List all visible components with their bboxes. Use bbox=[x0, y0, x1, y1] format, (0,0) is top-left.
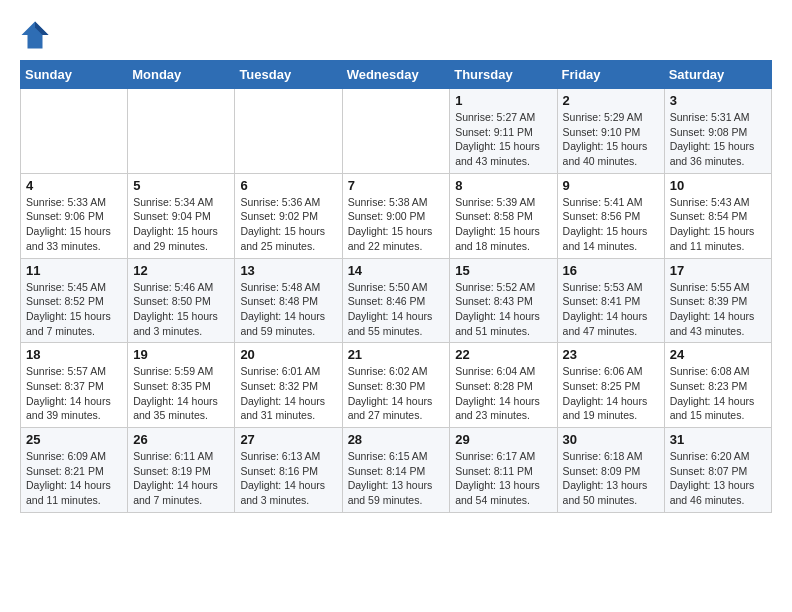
calendar-cell: 31Sunrise: 6:20 AM Sunset: 8:07 PM Dayli… bbox=[664, 428, 771, 513]
calendar-cell: 22Sunrise: 6:04 AM Sunset: 8:28 PM Dayli… bbox=[450, 343, 557, 428]
day-info: Sunrise: 5:29 AM Sunset: 9:10 PM Dayligh… bbox=[563, 110, 659, 169]
day-number: 14 bbox=[348, 263, 445, 278]
day-info: Sunrise: 5:57 AM Sunset: 8:37 PM Dayligh… bbox=[26, 364, 122, 423]
calendar-cell bbox=[342, 89, 450, 174]
day-number: 27 bbox=[240, 432, 336, 447]
calendar-cell: 13Sunrise: 5:48 AM Sunset: 8:48 PM Dayli… bbox=[235, 258, 342, 343]
day-info: Sunrise: 6:18 AM Sunset: 8:09 PM Dayligh… bbox=[563, 449, 659, 508]
calendar-table: SundayMondayTuesdayWednesdayThursdayFrid… bbox=[20, 60, 772, 513]
day-info: Sunrise: 6:06 AM Sunset: 8:25 PM Dayligh… bbox=[563, 364, 659, 423]
day-number: 18 bbox=[26, 347, 122, 362]
day-number: 17 bbox=[670, 263, 766, 278]
calendar-cell: 17Sunrise: 5:55 AM Sunset: 8:39 PM Dayli… bbox=[664, 258, 771, 343]
weekday-header-tuesday: Tuesday bbox=[235, 61, 342, 89]
day-number: 22 bbox=[455, 347, 551, 362]
day-number: 20 bbox=[240, 347, 336, 362]
day-info: Sunrise: 5:27 AM Sunset: 9:11 PM Dayligh… bbox=[455, 110, 551, 169]
day-info: Sunrise: 5:31 AM Sunset: 9:08 PM Dayligh… bbox=[670, 110, 766, 169]
day-number: 25 bbox=[26, 432, 122, 447]
day-info: Sunrise: 5:33 AM Sunset: 9:06 PM Dayligh… bbox=[26, 195, 122, 254]
day-info: Sunrise: 6:02 AM Sunset: 8:30 PM Dayligh… bbox=[348, 364, 445, 423]
page-header bbox=[20, 20, 772, 50]
day-number: 19 bbox=[133, 347, 229, 362]
day-number: 15 bbox=[455, 263, 551, 278]
day-info: Sunrise: 5:38 AM Sunset: 9:00 PM Dayligh… bbox=[348, 195, 445, 254]
day-info: Sunrise: 6:20 AM Sunset: 8:07 PM Dayligh… bbox=[670, 449, 766, 508]
day-number: 12 bbox=[133, 263, 229, 278]
calendar-cell bbox=[21, 89, 128, 174]
calendar-cell: 3Sunrise: 5:31 AM Sunset: 9:08 PM Daylig… bbox=[664, 89, 771, 174]
day-info: Sunrise: 6:04 AM Sunset: 8:28 PM Dayligh… bbox=[455, 364, 551, 423]
day-number: 29 bbox=[455, 432, 551, 447]
calendar-cell: 1Sunrise: 5:27 AM Sunset: 9:11 PM Daylig… bbox=[450, 89, 557, 174]
day-number: 9 bbox=[563, 178, 659, 193]
day-info: Sunrise: 5:48 AM Sunset: 8:48 PM Dayligh… bbox=[240, 280, 336, 339]
day-number: 21 bbox=[348, 347, 445, 362]
calendar-cell: 24Sunrise: 6:08 AM Sunset: 8:23 PM Dayli… bbox=[664, 343, 771, 428]
day-info: Sunrise: 5:34 AM Sunset: 9:04 PM Dayligh… bbox=[133, 195, 229, 254]
day-info: Sunrise: 5:43 AM Sunset: 8:54 PM Dayligh… bbox=[670, 195, 766, 254]
day-number: 16 bbox=[563, 263, 659, 278]
calendar-cell: 18Sunrise: 5:57 AM Sunset: 8:37 PM Dayli… bbox=[21, 343, 128, 428]
calendar-cell: 14Sunrise: 5:50 AM Sunset: 8:46 PM Dayli… bbox=[342, 258, 450, 343]
weekday-header-friday: Friday bbox=[557, 61, 664, 89]
calendar-cell: 6Sunrise: 5:36 AM Sunset: 9:02 PM Daylig… bbox=[235, 173, 342, 258]
day-info: Sunrise: 5:41 AM Sunset: 8:56 PM Dayligh… bbox=[563, 195, 659, 254]
day-number: 24 bbox=[670, 347, 766, 362]
weekday-header-thursday: Thursday bbox=[450, 61, 557, 89]
day-number: 13 bbox=[240, 263, 336, 278]
day-info: Sunrise: 5:36 AM Sunset: 9:02 PM Dayligh… bbox=[240, 195, 336, 254]
calendar-cell: 2Sunrise: 5:29 AM Sunset: 9:10 PM Daylig… bbox=[557, 89, 664, 174]
weekday-header-row: SundayMondayTuesdayWednesdayThursdayFrid… bbox=[21, 61, 772, 89]
day-info: Sunrise: 5:46 AM Sunset: 8:50 PM Dayligh… bbox=[133, 280, 229, 339]
calendar-cell: 28Sunrise: 6:15 AM Sunset: 8:14 PM Dayli… bbox=[342, 428, 450, 513]
day-number: 30 bbox=[563, 432, 659, 447]
calendar-cell: 15Sunrise: 5:52 AM Sunset: 8:43 PM Dayli… bbox=[450, 258, 557, 343]
day-info: Sunrise: 6:15 AM Sunset: 8:14 PM Dayligh… bbox=[348, 449, 445, 508]
day-number: 31 bbox=[670, 432, 766, 447]
day-info: Sunrise: 6:17 AM Sunset: 8:11 PM Dayligh… bbox=[455, 449, 551, 508]
calendar-cell: 26Sunrise: 6:11 AM Sunset: 8:19 PM Dayli… bbox=[128, 428, 235, 513]
weekday-header-wednesday: Wednesday bbox=[342, 61, 450, 89]
calendar-cell: 25Sunrise: 6:09 AM Sunset: 8:21 PM Dayli… bbox=[21, 428, 128, 513]
calendar-cell: 16Sunrise: 5:53 AM Sunset: 8:41 PM Dayli… bbox=[557, 258, 664, 343]
day-number: 1 bbox=[455, 93, 551, 108]
logo bbox=[20, 20, 54, 50]
day-info: Sunrise: 5:50 AM Sunset: 8:46 PM Dayligh… bbox=[348, 280, 445, 339]
day-number: 8 bbox=[455, 178, 551, 193]
day-info: Sunrise: 6:11 AM Sunset: 8:19 PM Dayligh… bbox=[133, 449, 229, 508]
calendar-cell: 10Sunrise: 5:43 AM Sunset: 8:54 PM Dayli… bbox=[664, 173, 771, 258]
day-info: Sunrise: 6:01 AM Sunset: 8:32 PM Dayligh… bbox=[240, 364, 336, 423]
day-number: 4 bbox=[26, 178, 122, 193]
calendar-cell: 4Sunrise: 5:33 AM Sunset: 9:06 PM Daylig… bbox=[21, 173, 128, 258]
day-number: 26 bbox=[133, 432, 229, 447]
calendar-cell: 11Sunrise: 5:45 AM Sunset: 8:52 PM Dayli… bbox=[21, 258, 128, 343]
day-info: Sunrise: 6:13 AM Sunset: 8:16 PM Dayligh… bbox=[240, 449, 336, 508]
day-number: 3 bbox=[670, 93, 766, 108]
day-info: Sunrise: 6:09 AM Sunset: 8:21 PM Dayligh… bbox=[26, 449, 122, 508]
day-number: 6 bbox=[240, 178, 336, 193]
day-number: 23 bbox=[563, 347, 659, 362]
calendar-cell: 21Sunrise: 6:02 AM Sunset: 8:30 PM Dayli… bbox=[342, 343, 450, 428]
calendar-cell: 20Sunrise: 6:01 AM Sunset: 8:32 PM Dayli… bbox=[235, 343, 342, 428]
calendar-cell: 29Sunrise: 6:17 AM Sunset: 8:11 PM Dayli… bbox=[450, 428, 557, 513]
calendar-cell: 19Sunrise: 5:59 AM Sunset: 8:35 PM Dayli… bbox=[128, 343, 235, 428]
day-number: 5 bbox=[133, 178, 229, 193]
calendar-cell: 27Sunrise: 6:13 AM Sunset: 8:16 PM Dayli… bbox=[235, 428, 342, 513]
day-info: Sunrise: 5:53 AM Sunset: 8:41 PM Dayligh… bbox=[563, 280, 659, 339]
weekday-header-saturday: Saturday bbox=[664, 61, 771, 89]
day-number: 7 bbox=[348, 178, 445, 193]
day-info: Sunrise: 5:59 AM Sunset: 8:35 PM Dayligh… bbox=[133, 364, 229, 423]
calendar-week-3: 11Sunrise: 5:45 AM Sunset: 8:52 PM Dayli… bbox=[21, 258, 772, 343]
calendar-week-4: 18Sunrise: 5:57 AM Sunset: 8:37 PM Dayli… bbox=[21, 343, 772, 428]
day-number: 2 bbox=[563, 93, 659, 108]
weekday-header-monday: Monday bbox=[128, 61, 235, 89]
calendar-cell: 9Sunrise: 5:41 AM Sunset: 8:56 PM Daylig… bbox=[557, 173, 664, 258]
weekday-header-sunday: Sunday bbox=[21, 61, 128, 89]
day-info: Sunrise: 5:52 AM Sunset: 8:43 PM Dayligh… bbox=[455, 280, 551, 339]
calendar-week-1: 1Sunrise: 5:27 AM Sunset: 9:11 PM Daylig… bbox=[21, 89, 772, 174]
calendar-cell bbox=[235, 89, 342, 174]
calendar-cell: 7Sunrise: 5:38 AM Sunset: 9:00 PM Daylig… bbox=[342, 173, 450, 258]
day-number: 11 bbox=[26, 263, 122, 278]
day-info: Sunrise: 6:08 AM Sunset: 8:23 PM Dayligh… bbox=[670, 364, 766, 423]
